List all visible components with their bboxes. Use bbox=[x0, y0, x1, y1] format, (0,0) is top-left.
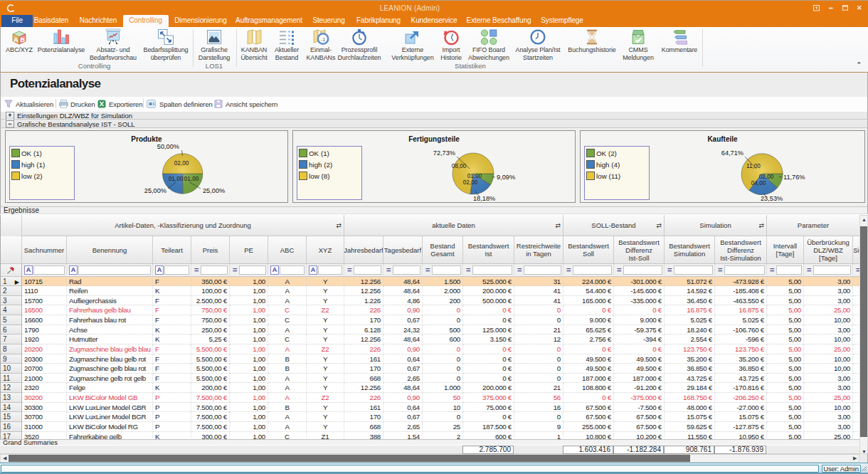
svg-text:04,00: 04,00 bbox=[751, 180, 766, 186]
svg-text:50,00%: 50,00% bbox=[157, 143, 179, 150]
svg-text:-1: -1 bbox=[321, 36, 325, 42]
svg-text:11,76%: 11,76% bbox=[783, 174, 805, 181]
svg-text:25,00%: 25,00% bbox=[203, 187, 225, 194]
svg-text:02,00: 02,00 bbox=[463, 179, 478, 186]
svg-text:01,00: 01,00 bbox=[169, 176, 184, 182]
svg-text:25,00%: 25,00% bbox=[144, 187, 166, 194]
svg-text:72,73%: 72,73% bbox=[433, 149, 455, 157]
svg-text:02,00: 02,00 bbox=[174, 160, 189, 167]
svg-text:64,71%: 64,71% bbox=[721, 149, 743, 157]
svg-text:01,00: 01,00 bbox=[467, 173, 482, 179]
svg-text:B: B bbox=[21, 36, 26, 43]
svg-text:02,00: 02,00 bbox=[759, 174, 774, 180]
svg-text:18,18%: 18,18% bbox=[473, 195, 495, 202]
svg-text:11,00: 11,00 bbox=[746, 163, 761, 169]
svg-text:23,53%: 23,53% bbox=[761, 195, 783, 202]
svg-text:01,00: 01,00 bbox=[184, 176, 199, 182]
svg-text:A: A bbox=[14, 36, 18, 43]
svg-text:9,09%: 9,09% bbox=[497, 174, 515, 181]
